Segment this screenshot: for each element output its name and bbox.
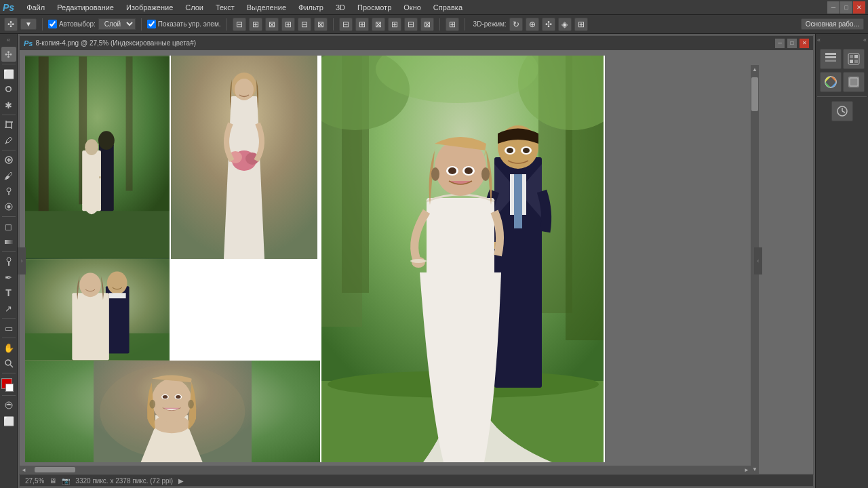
scroll-thumb-h[interactable] xyxy=(35,467,75,472)
align-bottom-icon[interactable]: ⊠ xyxy=(314,18,328,31)
photo-2 xyxy=(171,56,317,259)
3d-slide-icon[interactable]: ◈ xyxy=(558,18,572,31)
history-brush-button[interactable] xyxy=(1,199,16,214)
app-restore-button[interactable]: □ xyxy=(840,1,852,14)
color-panel-button[interactable] xyxy=(820,72,842,92)
svg-rect-86 xyxy=(825,53,836,55)
layers-icon xyxy=(824,52,837,66)
menu-edit[interactable]: Редактирование xyxy=(52,2,119,13)
menu-select[interactable]: Выделение xyxy=(241,2,292,13)
eraser-tool-button[interactable]: ◻ xyxy=(1,219,16,234)
doc-maximize-button[interactable]: □ xyxy=(787,39,797,48)
eyedropper-tool-button[interactable] xyxy=(1,133,16,148)
right-panel-row-2 xyxy=(817,72,867,92)
shape-tool-button[interactable]: ▭ xyxy=(1,321,16,336)
3d-scale-icon[interactable]: ⊞ xyxy=(574,18,588,31)
show-controls-checkbox[interactable]: Показать упр. элем. xyxy=(147,20,221,28)
autoselect-checkbox[interactable]: Автовыбор: xyxy=(48,20,96,28)
panel-collapse-right[interactable]: « xyxy=(863,37,867,43)
doc-close-button[interactable]: ✕ xyxy=(800,39,809,48)
status-icon-1: 🖥 xyxy=(50,477,56,485)
distribute-bottom-icon[interactable]: ⊠ xyxy=(420,18,434,31)
brush-tool-button[interactable]: 🖌 xyxy=(1,168,16,183)
svg-point-27 xyxy=(85,139,98,155)
left-panel-collapse[interactable]: › xyxy=(18,247,26,274)
layers-panel-button[interactable] xyxy=(820,49,842,69)
dodge-tool-button[interactable] xyxy=(1,254,16,269)
distribute-top-icon[interactable]: ⊞ xyxy=(388,18,401,31)
doc-minimize-button[interactable]: ─ xyxy=(775,39,785,48)
distribute-center-h-icon[interactable]: ⊞ xyxy=(355,18,369,31)
svg-rect-85 xyxy=(825,60,836,62)
align-top-icon[interactable]: ⊞ xyxy=(281,18,295,31)
status-arrow[interactable]: ▶ xyxy=(178,477,184,485)
autoselect-input[interactable] xyxy=(48,20,57,28)
align-center-v-icon[interactable]: ⊟ xyxy=(298,18,311,31)
show-controls-input[interactable] xyxy=(147,20,156,28)
workspace-button[interactable]: Основная рабо... xyxy=(801,18,864,30)
tool-sep-3 xyxy=(2,150,16,150)
distribute-right-icon[interactable]: ⊠ xyxy=(372,18,385,31)
move-tool-button[interactable]: ▼ xyxy=(20,18,37,30)
path-select-tool-button[interactable]: ↗ xyxy=(1,301,16,316)
canvas-mode-icon[interactable]: ⊞ xyxy=(446,18,459,31)
horizontal-scrollbar[interactable]: ◄ ► xyxy=(20,466,751,474)
3d-pan-icon[interactable]: ✣ xyxy=(542,18,555,31)
pen-tool-button[interactable]: ✒ xyxy=(1,270,16,285)
scroll-thumb-v[interactable] xyxy=(751,77,758,111)
photo-1-svg xyxy=(25,56,170,259)
menu-3d[interactable]: 3D xyxy=(330,2,351,13)
history-panel-button[interactable] xyxy=(831,101,853,121)
styles-panel-button[interactable] xyxy=(843,72,865,92)
background-color-swatch[interactable] xyxy=(5,384,14,392)
autoselect-select[interactable]: Слой xyxy=(98,18,136,30)
move-tool-icon[interactable]: ✣ xyxy=(4,18,18,31)
crop-tool-button[interactable] xyxy=(1,117,16,132)
gradient-tool-button[interactable] xyxy=(1,235,16,249)
align-left-icon[interactable]: ⊟ xyxy=(233,18,246,31)
scroll-left-button[interactable]: ◄ xyxy=(20,467,28,473)
clone-tool-button[interactable] xyxy=(1,184,16,199)
distribute-left-icon[interactable]: ⊟ xyxy=(339,18,353,31)
menu-image[interactable]: Изображение xyxy=(121,2,178,13)
toolbar-collapse-top[interactable]: « xyxy=(7,37,10,43)
marquee-tool-button[interactable]: ⬜ xyxy=(1,66,16,81)
menu-layers[interactable]: Слои xyxy=(180,2,209,13)
3d-rotate-icon[interactable]: ↻ xyxy=(509,18,523,31)
options-separator-6 xyxy=(465,18,465,30)
menu-filter[interactable]: Фильтр xyxy=(293,2,329,13)
options-separator-1 xyxy=(42,18,43,30)
move-tool-button[interactable]: ✣ xyxy=(1,47,16,62)
menu-file[interactable]: Файл xyxy=(21,2,50,13)
quick-select-tool-button[interactable]: ✱ xyxy=(1,98,16,113)
scroll-right-button[interactable]: ► xyxy=(743,467,751,473)
zoom-tool-button[interactable] xyxy=(1,356,16,371)
lasso-tool-button[interactable] xyxy=(1,82,16,97)
zoom-icon xyxy=(4,359,14,368)
scroll-down-button[interactable]: ▼ xyxy=(751,465,759,474)
menu-help[interactable]: Справка xyxy=(428,2,468,13)
right-panel-collapse[interactable]: ‹ xyxy=(754,247,762,274)
panel-collapse-left[interactable]: « xyxy=(817,37,821,43)
3d-roll-icon[interactable]: ⊕ xyxy=(526,18,539,31)
distribute-center-v-icon[interactable]: ⊟ xyxy=(404,18,418,31)
scroll-up-button[interactable]: ▲ xyxy=(751,65,759,74)
app-close-button[interactable]: ✕ xyxy=(853,1,865,14)
hand-tool-button[interactable]: ✋ xyxy=(1,340,16,355)
align-center-h-icon[interactable]: ⊞ xyxy=(249,18,262,31)
quick-mask-button[interactable] xyxy=(1,398,16,413)
app-minimize-button[interactable]: ─ xyxy=(827,1,840,14)
show-controls-label: Показать упр. элем. xyxy=(158,20,221,28)
svg-rect-20 xyxy=(39,56,49,224)
options-separator-2 xyxy=(141,18,142,30)
canvas-right-panel xyxy=(320,56,604,462)
heal-tool-button[interactable] xyxy=(1,152,16,167)
menu-text[interactable]: Текст xyxy=(210,2,240,13)
menu-window[interactable]: Окно xyxy=(398,2,427,13)
photo-2-svg xyxy=(171,56,317,259)
screen-mode-button[interactable]: ⬜ xyxy=(1,413,16,428)
type-tool-button[interactable]: T xyxy=(1,285,16,300)
menu-view[interactable]: Просмотр xyxy=(352,2,397,13)
adjustments-panel-button[interactable] xyxy=(843,49,865,69)
align-right-icon[interactable]: ⊠ xyxy=(265,18,279,31)
